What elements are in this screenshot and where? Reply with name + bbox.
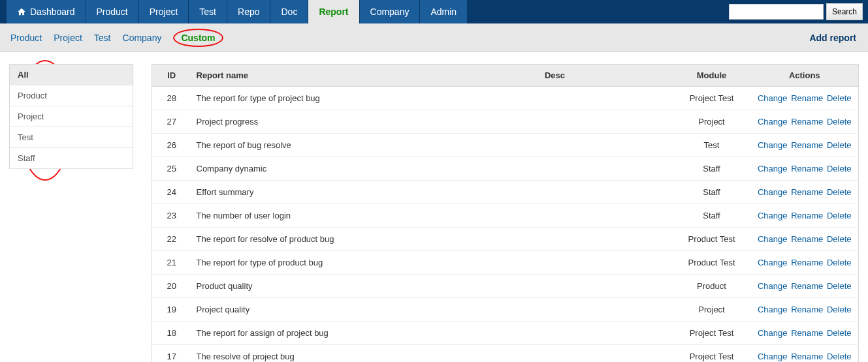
col-desc: Desc xyxy=(438,65,673,87)
nav-doc[interactable]: Doc xyxy=(270,0,308,23)
sidebar: All Product Project Test Staff xyxy=(9,64,133,362)
cell-actions: Change Rename Delete xyxy=(751,298,859,322)
subnav-company[interactable]: Company xyxy=(123,33,162,43)
action-rename[interactable]: Rename xyxy=(791,187,823,197)
col-id: ID xyxy=(152,65,191,87)
action-delete[interactable]: Delete xyxy=(827,93,852,103)
action-rename[interactable]: Rename xyxy=(791,234,823,244)
action-rename[interactable]: Rename xyxy=(791,164,823,173)
cell-desc xyxy=(438,322,673,345)
cell-name: Product quality xyxy=(191,275,438,298)
search-input[interactable] xyxy=(729,4,824,20)
cell-module: Project Test xyxy=(673,87,751,110)
table-row: 28The report for type of project bugProj… xyxy=(152,87,859,110)
cell-name: Project quality xyxy=(191,298,438,322)
action-delete[interactable]: Delete xyxy=(827,258,852,267)
action-change[interactable]: Change xyxy=(758,258,788,267)
action-delete[interactable]: Delete xyxy=(827,117,852,127)
action-change[interactable]: Change xyxy=(758,187,788,197)
cell-module: Product Test xyxy=(673,228,751,251)
cell-actions: Change Rename Delete xyxy=(751,251,859,275)
cell-actions: Change Rename Delete xyxy=(751,345,859,363)
action-rename[interactable]: Rename xyxy=(791,93,823,103)
sidebar-item-test[interactable]: Test xyxy=(10,127,133,148)
cell-name: Project progress xyxy=(191,110,438,134)
action-delete[interactable]: Delete xyxy=(827,187,852,197)
action-delete[interactable]: Delete xyxy=(827,328,852,338)
nav-report[interactable]: Report xyxy=(308,0,359,23)
table-row: 23The number of user loginStaffChange Re… xyxy=(152,204,859,228)
cell-module: Product Test xyxy=(673,251,751,275)
nav-test[interactable]: Test xyxy=(189,0,227,23)
cell-desc xyxy=(438,345,673,363)
action-delete[interactable]: Delete xyxy=(827,211,852,220)
cell-id: 27 xyxy=(152,110,191,134)
search-button[interactable]: Search xyxy=(826,3,863,20)
action-rename[interactable]: Rename xyxy=(791,281,823,291)
action-change[interactable]: Change xyxy=(758,305,788,314)
nav-repo[interactable]: Repo xyxy=(227,0,270,23)
cell-desc xyxy=(438,110,673,134)
action-delete[interactable]: Delete xyxy=(827,234,852,244)
table-row: 20Product qualityProductChange Rename De… xyxy=(152,275,859,298)
action-change[interactable]: Change xyxy=(758,117,788,127)
sidebar-item-staff[interactable]: Staff xyxy=(10,148,133,169)
cell-id: 21 xyxy=(152,251,191,275)
action-rename[interactable]: Rename xyxy=(791,328,823,338)
action-rename[interactable]: Rename xyxy=(791,352,823,361)
table-row: 26The report of bug resolveTestChange Re… xyxy=(152,134,859,157)
subnav-project[interactable]: Project xyxy=(54,33,82,43)
action-rename[interactable]: Rename xyxy=(791,211,823,220)
action-change[interactable]: Change xyxy=(758,140,788,150)
sidebar-all[interactable]: All xyxy=(10,65,133,85)
action-change[interactable]: Change xyxy=(758,93,788,103)
cell-module: Staff xyxy=(673,204,751,228)
subnav-test[interactable]: Test xyxy=(94,33,111,43)
action-change[interactable]: Change xyxy=(758,211,788,220)
cell-name: Company dynamic xyxy=(191,157,438,181)
subnav-product[interactable]: Product xyxy=(10,33,42,43)
top-nav: Dashboard Product Project Test Repo Doc … xyxy=(0,0,868,23)
cell-id: 22 xyxy=(152,228,191,251)
cell-id: 19 xyxy=(152,298,191,322)
nav-project[interactable]: Project xyxy=(139,0,189,23)
action-delete[interactable]: Delete xyxy=(827,352,852,361)
cell-actions: Change Rename Delete xyxy=(751,228,859,251)
cell-desc xyxy=(438,181,673,204)
action-change[interactable]: Change xyxy=(758,352,788,361)
action-rename[interactable]: Rename xyxy=(791,140,823,150)
cell-desc xyxy=(438,134,673,157)
cell-module: Project xyxy=(673,110,751,134)
cell-id: 28 xyxy=(152,87,191,110)
cell-name: The report for resolve of product bug xyxy=(191,228,438,251)
action-change[interactable]: Change xyxy=(758,328,788,338)
nav-company[interactable]: Company xyxy=(360,0,421,23)
action-rename[interactable]: Rename xyxy=(791,117,823,127)
subnav-custom[interactable]: Custom xyxy=(173,29,223,47)
action-delete[interactable]: Delete xyxy=(827,140,852,150)
cell-name: The report for type of project bug xyxy=(191,87,438,110)
action-change[interactable]: Change xyxy=(758,281,788,291)
action-delete[interactable]: Delete xyxy=(827,281,852,291)
cell-desc xyxy=(438,87,673,110)
nav-dashboard[interactable]: Dashboard xyxy=(7,0,86,23)
action-delete[interactable]: Delete xyxy=(827,305,852,314)
cell-name: The number of user login xyxy=(191,204,438,228)
cell-name: Effort summary xyxy=(191,181,438,204)
sidebar-item-project[interactable]: Project xyxy=(10,106,133,127)
action-rename[interactable]: Rename xyxy=(791,258,823,267)
cell-id: 17 xyxy=(152,345,191,363)
nav-product[interactable]: Product xyxy=(86,0,139,23)
cell-actions: Change Rename Delete xyxy=(751,322,859,345)
search-box: Search xyxy=(729,3,863,20)
table-row: 17The resolve of project bugProject Test… xyxy=(152,345,859,363)
table-row: 18The report for assign of project bugPr… xyxy=(152,322,859,345)
action-rename[interactable]: Rename xyxy=(791,305,823,314)
nav-admin[interactable]: Admin xyxy=(420,0,468,23)
action-change[interactable]: Change xyxy=(758,234,788,244)
action-change[interactable]: Change xyxy=(758,164,788,173)
sub-nav: Product Project Test Company Custom Add … xyxy=(0,23,868,52)
sidebar-item-product[interactable]: Product xyxy=(10,85,133,106)
action-delete[interactable]: Delete xyxy=(827,164,852,173)
add-report-link[interactable]: Add report xyxy=(809,23,856,52)
